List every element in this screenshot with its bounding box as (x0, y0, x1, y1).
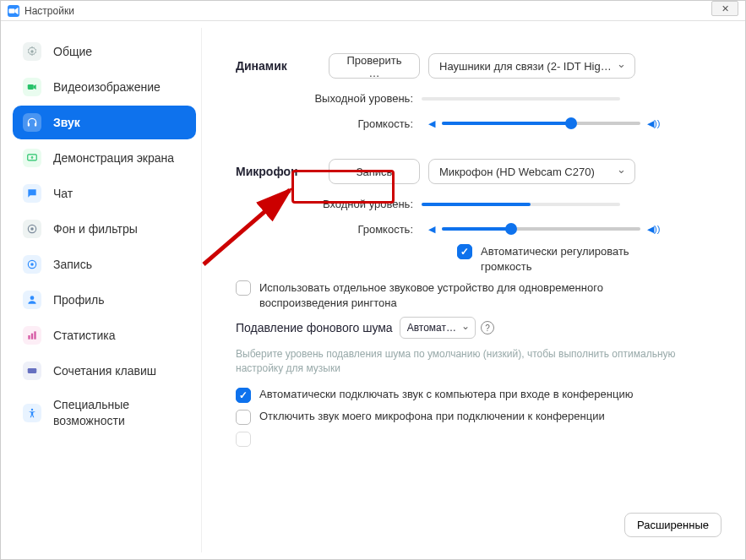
auto-join-audio-label: Автоматически подключать звук с компьюте… (259, 388, 633, 400)
input-level-meter (422, 203, 620, 206)
help-icon[interactable]: ? (481, 321, 494, 334)
mute-on-join-label: Отключить звук моего микрофона при подкл… (259, 410, 605, 422)
volume-high-icon: ◀)) (647, 118, 660, 129)
video-icon (23, 78, 41, 96)
mic-section-label: Микрофон (236, 165, 329, 178)
mic-volume-label: Громкость: (236, 223, 413, 236)
sidebar-item-shortcuts[interactable]: Сочетания клавиш (13, 354, 196, 388)
titlebar: Настройки ✕ (1, 1, 745, 21)
sidebar-item-label: Специальные возможности (53, 397, 186, 429)
ringtone-device-label: Использовать отдельное звуковое устройст… (259, 280, 623, 310)
volume-low-icon: ◀ (428, 118, 435, 129)
settings-sidebar: Общие Видеоизображение Звук Демонстрация… (8, 28, 202, 552)
profile-icon (23, 291, 41, 309)
sidebar-item-video[interactable]: Видеоизображение (13, 70, 196, 104)
sidebar-item-profile[interactable]: Профиль (13, 283, 196, 317)
sidebar-item-label: Сочетания клавиш (53, 364, 156, 378)
mute-on-join-checkbox[interactable] (236, 410, 251, 425)
volume-high-icon: ◀)) (647, 224, 660, 235)
accessibility-icon (23, 404, 41, 422)
svg-point-1 (30, 50, 34, 53)
svg-rect-11 (28, 335, 30, 340)
headphones-icon (23, 113, 41, 132)
sidebar-item-chat[interactable]: Чат (13, 177, 196, 210)
noise-suppression-note: Выберите уровень подавления шума по умол… (236, 347, 721, 376)
sidebar-item-accessibility[interactable]: Специальные возможности (13, 389, 196, 437)
auto-gain-checkbox[interactable] (457, 244, 472, 259)
noise-suppression-select[interactable]: Автомат… (400, 317, 476, 339)
sidebar-item-background[interactable]: Фон и фильтры (13, 212, 196, 246)
svg-rect-2 (28, 84, 34, 90)
mic-volume-slider[interactable] (442, 222, 640, 236)
auto-join-audio-checkbox[interactable] (236, 388, 251, 403)
share-screen-icon (23, 149, 41, 167)
sidebar-item-label: Видеоизображение (53, 80, 161, 94)
svg-rect-4 (35, 123, 36, 127)
svg-rect-13 (34, 331, 35, 339)
svg-rect-12 (31, 334, 33, 340)
sidebar-item-audio[interactable]: Звук (13, 106, 196, 139)
svg-rect-14 (28, 368, 37, 373)
keyboard-icon (23, 362, 41, 380)
window-title: Настройки (25, 1, 74, 21)
sidebar-item-label: Чат (53, 187, 73, 200)
truncated-checkbox[interactable] (236, 432, 251, 447)
svg-rect-3 (28, 123, 30, 127)
background-icon (23, 220, 41, 238)
speaker-volume-slider[interactable] (442, 117, 640, 130)
window-close-button[interactable]: ✕ (711, 1, 738, 16)
sidebar-item-recording[interactable]: Запись (13, 247, 196, 281)
sidebar-item-label: Демонстрация экрана (53, 151, 174, 165)
auto-gain-label: Автоматически регулировать громкость (481, 244, 650, 274)
mic-device-select[interactable]: Микрофон (HD Webcam C270) (428, 159, 635, 184)
ringtone-device-checkbox[interactable] (236, 280, 251, 296)
svg-point-10 (30, 296, 35, 300)
svg-point-7 (30, 227, 34, 231)
speaker-volume-label: Громкость: (236, 117, 413, 130)
record-mic-button[interactable]: Запись (329, 159, 420, 184)
settings-content-audio: Динамик Проверить … Наушники для связи (… (202, 28, 738, 552)
sidebar-item-label: Общие (53, 45, 92, 58)
app-icon (8, 5, 19, 17)
volume-low-icon: ◀ (428, 224, 435, 235)
test-speaker-button[interactable]: Проверить … (329, 53, 420, 79)
noise-suppression-label: Подавление фонового шума (236, 321, 393, 334)
record-icon (23, 255, 41, 274)
stats-icon (23, 326, 41, 345)
svg-point-9 (30, 263, 34, 266)
gear-icon (23, 42, 41, 61)
speaker-section-label: Динамик (236, 59, 329, 73)
sidebar-item-label: Звук (53, 116, 80, 129)
input-level-label: Входной уровень: (236, 198, 413, 210)
sidebar-item-label: Запись (53, 258, 92, 271)
sidebar-item-label: Фон и фильтры (53, 222, 138, 236)
sidebar-item-share[interactable]: Демонстрация экрана (13, 141, 196, 175)
speaker-device-select[interactable]: Наушники для связи (2- IDT Hig… (428, 53, 635, 79)
advanced-button[interactable]: Расширенные (624, 513, 721, 537)
output-level-meter (422, 97, 620, 101)
chat-icon (23, 184, 41, 203)
svg-point-15 (31, 409, 33, 410)
sidebar-item-stats[interactable]: Статистика (13, 318, 196, 352)
sidebar-item-general[interactable]: Общие (13, 35, 196, 68)
output-level-label: Выходной уровень: (236, 92, 413, 105)
sidebar-item-label: Профиль (53, 293, 104, 307)
svg-rect-0 (8, 8, 14, 14)
sidebar-item-label: Статистика (53, 329, 116, 342)
